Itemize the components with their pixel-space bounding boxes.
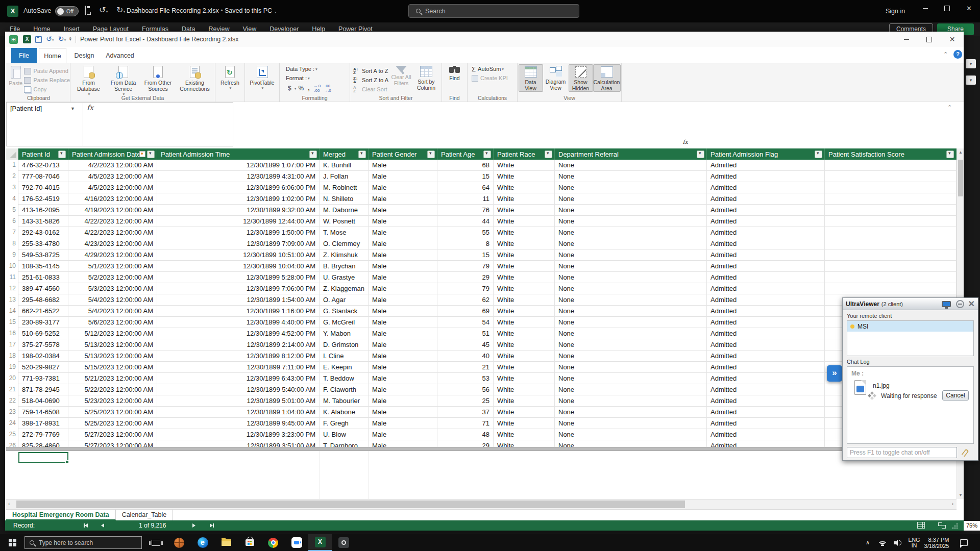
table-cell[interactable]: 5/22/2023 12:00:00 AM bbox=[68, 384, 157, 395]
table-cell[interactable]: 108-35-4145 bbox=[18, 261, 68, 272]
table-cell[interactable]: Admitted bbox=[707, 160, 825, 171]
table-cell[interactable]: 5/25/2023 12:00:00 AM bbox=[68, 407, 157, 418]
table-cell[interactable]: 79 bbox=[437, 283, 494, 294]
copy-button[interactable]: Copy bbox=[24, 85, 70, 94]
save-button[interactable] bbox=[85, 6, 86, 15]
table-cell[interactable] bbox=[825, 238, 957, 249]
excel-close-button[interactable]: ✕ bbox=[958, 0, 980, 16]
table-cell[interactable]: Z. Klimshuk bbox=[320, 249, 369, 261]
autosave-toggle[interactable]: Off bbox=[55, 6, 79, 16]
table-cell[interactable]: Admitted bbox=[707, 395, 825, 407]
chat-input[interactable] bbox=[847, 447, 957, 458]
table-cell[interactable]: White bbox=[494, 261, 555, 272]
column-header-department-referral[interactable]: Department Referral bbox=[555, 148, 707, 160]
help-icon[interactable]: ? bbox=[953, 50, 962, 59]
table-row[interactable]: 14662-21-65225/4/2023 12:00:00 AM12/30/1… bbox=[6, 306, 957, 317]
table-cell[interactable]: Y. Mabon bbox=[320, 328, 369, 339]
table-cell[interactable]: G. McGreil bbox=[320, 317, 369, 328]
attach-icon[interactable] bbox=[961, 448, 969, 457]
from-data-service-button[interactable]: From Data Service▾ bbox=[106, 64, 141, 96]
table-cell[interactable]: 4/2/2023 12:00:00 AM bbox=[68, 160, 157, 171]
table-cell[interactable]: U. Grastye bbox=[320, 272, 369, 283]
table-cell[interactable]: 792-70-4015 bbox=[18, 182, 68, 193]
table-cell[interactable]: None bbox=[555, 306, 707, 317]
table-row[interactable]: 6143-31-58264/22/2023 12:00:00 AM12/30/1… bbox=[6, 216, 957, 227]
table-cell[interactable]: 15 bbox=[437, 249, 494, 261]
excel-edge-fragment-dropdown[interactable]: ▾ bbox=[966, 59, 976, 68]
select-all-corner[interactable] bbox=[6, 148, 18, 160]
table-cell[interactable]: White bbox=[494, 227, 555, 238]
scroll-left-icon[interactable]: ‹ bbox=[8, 501, 10, 507]
table-cell[interactable]: M. Daborne bbox=[320, 205, 369, 216]
table-cell[interactable]: 68 bbox=[437, 160, 494, 171]
pp-maximize-button[interactable] bbox=[918, 32, 941, 47]
name-box-dropdown-icon[interactable]: ▼ bbox=[70, 106, 75, 111]
from-other-sources-button[interactable]: From Other Sources bbox=[141, 64, 176, 96]
table-cell[interactable]: Male bbox=[369, 193, 437, 205]
table-cell[interactable]: T. Mose bbox=[320, 227, 369, 238]
table-cell[interactable]: 777-08-7046 bbox=[18, 171, 68, 182]
row-number[interactable]: 16 bbox=[6, 328, 18, 339]
table-cell[interactable]: None bbox=[555, 440, 707, 447]
task-view-button[interactable] bbox=[144, 534, 167, 551]
zoom-level[interactable]: 75% bbox=[964, 521, 980, 531]
table-row[interactable]: 11251-61-08335/2/2023 12:00:00 AM12/30/1… bbox=[6, 272, 957, 283]
thousands-format-button[interactable]: , bbox=[308, 85, 309, 92]
first-record-button[interactable] bbox=[84, 523, 88, 528]
table-cell[interactable]: 12/30/1899 9:45:00 AM bbox=[157, 418, 320, 429]
table-cell[interactable]: 12/30/1899 3:51:00 AM bbox=[157, 440, 320, 447]
table-cell[interactable]: 12/30/1899 10:04:00 AM bbox=[157, 261, 320, 272]
uv-minimize-button[interactable] bbox=[956, 300, 964, 308]
table-cell[interactable]: Male bbox=[369, 160, 437, 171]
table-cell[interactable]: White bbox=[494, 395, 555, 407]
table-cell[interactable]: 53 bbox=[437, 373, 494, 384]
table-cell[interactable]: 8 bbox=[437, 238, 494, 249]
horizontal-scrollbar[interactable]: ‹ › bbox=[6, 499, 957, 509]
table-cell[interactable]: Admitted bbox=[707, 238, 825, 249]
taskbar-app-basketball[interactable] bbox=[167, 534, 191, 551]
table-cell[interactable]: 5/21/2023 12:00:00 AM bbox=[68, 373, 157, 384]
table-cell[interactable] bbox=[825, 283, 957, 294]
table-cell[interactable]: Admitted bbox=[707, 193, 825, 205]
table-cell[interactable]: None bbox=[555, 272, 707, 283]
table-cell[interactable]: 251-61-0833 bbox=[18, 272, 68, 283]
row-number[interactable]: 2 bbox=[6, 171, 18, 182]
table-cell[interactable]: None bbox=[555, 418, 707, 429]
paste-button[interactable]: Paste bbox=[7, 64, 24, 94]
table-cell[interactable]: White bbox=[494, 350, 555, 362]
table-cell[interactable] bbox=[825, 227, 957, 238]
table-row[interactable]: 16510-69-52525/12/2023 12:00:00 AM12/30/… bbox=[6, 328, 957, 339]
currency-format-button[interactable]: $ bbox=[288, 85, 291, 92]
table-row[interactable]: 3792-70-40154/5/2023 12:00:00 AM12/30/18… bbox=[6, 182, 957, 193]
table-cell[interactable]: 12/30/1899 6:06:00 PM bbox=[157, 182, 320, 193]
table-cell[interactable]: None bbox=[555, 350, 707, 362]
table-cell[interactable]: 198-02-0384 bbox=[18, 350, 68, 362]
table-cell[interactable]: 48 bbox=[437, 429, 494, 440]
row-number[interactable]: 8 bbox=[6, 238, 18, 249]
excel-maximize-button[interactable] bbox=[936, 0, 958, 16]
column-header-patient-admission-time[interactable]: Patient Admission Time bbox=[157, 148, 320, 160]
table-cell[interactable]: 759-14-6508 bbox=[18, 407, 68, 418]
table-cell[interactable]: 4/5/2023 12:00:00 AM bbox=[68, 182, 157, 193]
table-cell[interactable]: Admitted bbox=[707, 182, 825, 193]
row-number[interactable]: 4 bbox=[6, 193, 18, 205]
row-number[interactable]: 9 bbox=[6, 249, 18, 261]
table-row[interactable]: 9549-53-87254/29/2023 12:00:00 AM12/30/1… bbox=[6, 249, 957, 261]
taskbar-app-edge[interactable]: e bbox=[191, 534, 214, 551]
table-cell[interactable]: 29 bbox=[437, 440, 494, 447]
row-number[interactable]: 13 bbox=[6, 294, 18, 306]
table-cell[interactable]: 143-31-5826 bbox=[18, 216, 68, 227]
table-row[interactable]: 5413-16-20954/19/2023 12:00:00 AM12/30/1… bbox=[6, 205, 957, 216]
table-cell[interactable]: 4/22/2023 12:00:00 AM bbox=[68, 227, 157, 238]
table-cell[interactable]: 12/30/1899 1:02:00 PM bbox=[157, 193, 320, 205]
table-cell[interactable]: 76 bbox=[437, 205, 494, 216]
table-cell[interactable]: White bbox=[494, 429, 555, 440]
table-cell[interactable]: 12/30/1899 4:31:00 AM bbox=[157, 171, 320, 182]
selected-cell[interactable] bbox=[18, 452, 68, 463]
table-cell[interactable]: 5/4/2023 12:00:00 AM bbox=[68, 294, 157, 306]
table-cell[interactable]: 518-04-0690 bbox=[18, 395, 68, 407]
row-number[interactable]: 26 bbox=[6, 440, 18, 447]
row-number[interactable]: 6 bbox=[6, 216, 18, 227]
filter-dropdown-icon[interactable] bbox=[58, 151, 66, 158]
table-cell[interactable]: None bbox=[555, 328, 707, 339]
